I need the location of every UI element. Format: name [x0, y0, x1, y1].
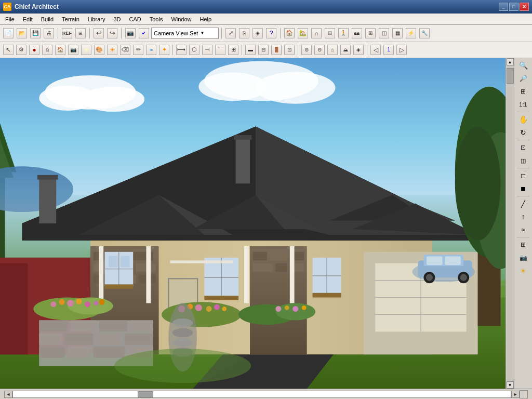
- walkthru-btn[interactable]: 🚶: [337, 27, 350, 39]
- circle-tool[interactable]: ●: [28, 44, 41, 56]
- draw-arrow-btn[interactable]: ↑: [516, 210, 530, 223]
- copy-tool[interactable]: ⎙: [41, 44, 54, 56]
- 3d-view-btn[interactable]: ⌂: [310, 27, 323, 39]
- close-button[interactable]: ✕: [520, 3, 529, 11]
- measure-tool[interactable]: ⊣: [201, 44, 214, 56]
- framing-btn[interactable]: ▦: [391, 27, 404, 39]
- sun-tool[interactable]: ☀: [106, 44, 118, 56]
- roof-tool[interactable]: ⌂: [326, 44, 339, 56]
- open-button[interactable]: 📂: [16, 27, 28, 39]
- perspective-btn[interactable]: ⊡: [516, 141, 530, 154]
- color-tool[interactable]: 🎨: [93, 44, 105, 56]
- new-button[interactable]: 📄: [2, 27, 15, 39]
- restore-button[interactable]: □: [509, 3, 518, 11]
- menu-cad[interactable]: CAD: [125, 14, 145, 24]
- view-set-dropdown[interactable]: Camera View Set ▼: [151, 28, 219, 39]
- scroll-track[interactable]: [507, 65, 514, 381]
- view3d-btn[interactable]: ◫: [516, 154, 530, 167]
- print-button[interactable]: 🖨: [43, 27, 55, 39]
- sym-tool[interactable]: ◈: [352, 44, 365, 56]
- svg-rect-99: [96, 334, 122, 345]
- camera-view-button[interactable]: 📷: [124, 27, 137, 39]
- obj-solid-icon: ◼: [521, 185, 526, 192]
- menu-window[interactable]: Window: [167, 14, 195, 24]
- ref-display-button[interactable]: REF: [61, 27, 73, 39]
- sun-side-btn[interactable]: ☀: [516, 264, 530, 277]
- redo-button[interactable]: ↪: [106, 27, 118, 39]
- line-tool[interactable]: ⟼: [175, 44, 188, 56]
- door-tool[interactable]: 🚪: [270, 44, 283, 56]
- scroll-grip[interactable]: [507, 68, 514, 84]
- vertical-scrollbar[interactable]: ▲ ▼: [506, 58, 514, 389]
- draw-arrow-icon: ↑: [522, 212, 525, 221]
- viewport[interactable]: [0, 58, 506, 389]
- scroll-left-button[interactable]: ◄: [4, 391, 12, 398]
- scroll-up-button[interactable]: ▲: [507, 58, 514, 65]
- path-tool[interactable]: ⌒: [214, 44, 227, 56]
- obj-solid-btn[interactable]: ◼: [516, 182, 530, 195]
- orbit-btn[interactable]: ↻: [516, 126, 530, 139]
- rainbow-tool[interactable]: ≈: [145, 44, 157, 56]
- minimize-button[interactable]: _: [499, 3, 508, 11]
- menu-file[interactable]: File: [1, 14, 19, 24]
- draw-wave-btn[interactable]: ≈: [516, 223, 530, 236]
- side-sep-4: [517, 196, 529, 196]
- tb-sym-button[interactable]: ◈: [251, 27, 264, 39]
- eraser-tool[interactable]: ⌫: [119, 44, 131, 56]
- svg-point-127: [172, 338, 193, 347]
- grid-btn[interactable]: ⊞: [516, 238, 530, 251]
- crosssec-btn[interactable]: ◫: [378, 27, 390, 39]
- menu-build[interactable]: Build: [37, 14, 58, 24]
- obj-box-btn[interactable]: ◻: [516, 169, 530, 182]
- menu-tools[interactable]: Tools: [145, 14, 167, 24]
- save-button[interactable]: 💾: [29, 27, 42, 39]
- draw-line-btn[interactable]: ╱: [516, 197, 530, 210]
- tb-help-button[interactable]: ?: [265, 27, 277, 39]
- pencil-tool[interactable]: ✏: [132, 44, 144, 56]
- active-layer-button[interactable]: ⊞: [74, 27, 87, 39]
- undo-button[interactable]: ↩: [92, 27, 105, 39]
- scroll-down-button[interactable]: ▼: [507, 381, 514, 389]
- menu-edit[interactable]: Edit: [19, 14, 37, 24]
- stair-tool[interactable]: ⊝: [313, 44, 326, 56]
- menu-help[interactable]: Help: [196, 14, 216, 24]
- reference-button[interactable]: ✔: [138, 27, 150, 39]
- horizontal-scroll-thumb[interactable]: [138, 391, 153, 397]
- room-tool[interactable]: ⊡: [283, 44, 296, 56]
- menu-terrain[interactable]: Terrain: [58, 14, 84, 24]
- menu-library[interactable]: Library: [84, 14, 110, 24]
- obj-move-tool[interactable]: 🏠: [54, 44, 66, 56]
- zoom-real-btn[interactable]: 1:1: [516, 98, 530, 111]
- camera-side-btn[interactable]: 📷: [516, 251, 530, 264]
- wall-tool[interactable]: ▬: [244, 44, 257, 56]
- tb-copy-button[interactable]: ⎘: [238, 27, 250, 39]
- zoom-out-btn[interactable]: 🔎: [516, 72, 530, 85]
- zoom-fit-btn[interactable]: ⊞: [516, 85, 530, 98]
- zoom-in-btn[interactable]: 🔍: [516, 59, 530, 72]
- camera-tb-tool[interactable]: 📷: [67, 44, 79, 56]
- menu-3d[interactable]: 3D: [109, 14, 125, 24]
- pushpull-tool[interactable]: ⊞: [227, 44, 240, 56]
- pan-btn[interactable]: ✋: [516, 113, 530, 126]
- horizontal-scrollbar-track[interactable]: [12, 391, 511, 398]
- plumb-btn[interactable]: 🔧: [418, 27, 431, 39]
- edit-tool[interactable]: ⚙: [15, 44, 28, 56]
- light-tool[interactable]: ☀: [80, 44, 92, 56]
- next-btn[interactable]: ▷: [395, 44, 408, 56]
- scroll-right-button[interactable]: ►: [511, 391, 520, 398]
- prev-btn[interactable]: ◁: [369, 44, 382, 56]
- star-tool[interactable]: ✦: [158, 44, 170, 56]
- overview-btn[interactable]: 🏘: [351, 27, 363, 39]
- elev-view-btn[interactable]: 🏡: [297, 27, 309, 39]
- tb-move-button[interactable]: ⤢: [224, 27, 237, 39]
- floor-tool[interactable]: ⊜: [300, 44, 313, 56]
- menu-bar: File Edit Build Terrain Library 3D CAD T…: [0, 14, 532, 25]
- terrain-tool[interactable]: ⛰: [339, 44, 352, 56]
- elec-btn[interactable]: ⚡: [405, 27, 417, 39]
- plan-view-btn[interactable]: 🏠: [283, 27, 296, 39]
- select-tool[interactable]: ↖: [2, 44, 15, 56]
- persp-view-btn[interactable]: ⊟: [324, 27, 336, 39]
- dollhouse-btn[interactable]: ⊞: [364, 27, 377, 39]
- window-tool[interactable]: ⊟: [257, 44, 270, 56]
- poly-tool[interactable]: ⬡: [188, 44, 201, 56]
